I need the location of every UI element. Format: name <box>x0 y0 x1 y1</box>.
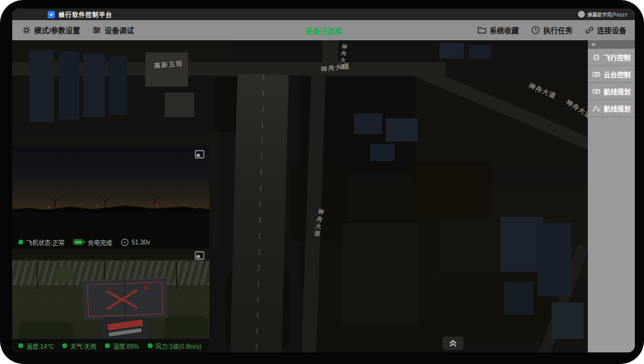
dock-video-feed[interactable]: 温度:14°C 天气:无雨 湿度:89% 风力:1级(0.8m/s) <box>12 249 209 352</box>
right-sidebar: « 飞行控制 云台控制 <box>588 40 635 352</box>
aircraft-status-text: 飞机状态:正常 <box>26 238 65 247</box>
toolbar-left-group: 模式/参数设置 设备调试 <box>22 25 134 35</box>
sidebar-item-flight-control[interactable]: 飞行控制 <box>588 49 635 66</box>
aircraft-status-item: 飞机状态:正常 <box>18 238 65 247</box>
sidebar-filler <box>588 117 635 352</box>
camera-icon <box>592 87 601 96</box>
aircraft-video-feed[interactable]: 飞机状态:正常 充电完成 <box>12 146 209 249</box>
connection-status: 设备已连接 <box>305 25 342 35</box>
app-logo-icon <box>48 11 55 18</box>
gear-icon <box>22 26 31 35</box>
connect-device-button[interactable]: 连接设备 <box>585 25 626 35</box>
sidebar-item-route-planning-cam[interactable]: 航线规划 <box>588 83 635 100</box>
device-debug-button[interactable]: 设备调试 <box>92 25 134 35</box>
execute-task-label: 执行任务 <box>543 25 573 35</box>
mode-settings-label: 模式/参数设置 <box>34 25 80 35</box>
link-icon <box>585 26 594 35</box>
status-dot-icon <box>18 240 23 244</box>
fence-post <box>37 262 38 289</box>
battery-status-text: 充电完成 <box>88 238 112 247</box>
user-account[interactable]: 蜂赢航宇用户0127 <box>578 11 628 18</box>
execute-task-button[interactable]: 执行任务 <box>531 25 573 35</box>
clock-icon <box>531 26 540 35</box>
connect-device-label: 连接设备 <box>597 25 626 35</box>
status-dot-icon <box>62 343 67 348</box>
sidebar-item-label: 云台控制 <box>604 70 631 79</box>
temperature-text: 温度:14°C <box>26 341 54 351</box>
system-favorites-button[interactable]: 系统收藏 <box>477 25 519 35</box>
weather-status-bar: 温度:14°C 天气:无雨 湿度:89% 风力:1级(0.8m/s) <box>12 339 209 352</box>
battery-status-item: 充电完成 <box>73 238 112 247</box>
route-icon <box>592 104 601 113</box>
fence-post <box>176 262 177 289</box>
swap-video-icon[interactable] <box>195 251 204 260</box>
app-title: 蜂行软件控制平台 <box>59 10 112 19</box>
user-name: 蜂赢航宇用户0127 <box>587 11 628 18</box>
battery-icon <box>73 239 85 245</box>
camera-osd-strip <box>12 249 209 260</box>
status-dot-icon <box>18 343 23 348</box>
wind-text: 风力:1级(0.8m/s) <box>156 341 201 351</box>
mode-settings-button[interactable]: 模式/参数设置 <box>22 25 80 35</box>
landing-platform <box>82 278 168 321</box>
status-dot-icon <box>105 343 110 348</box>
content-area: 高新五街 神舟大道 神舟大道 神舟大道 神舟大道 神舟大道 <box>12 40 635 352</box>
status-dot-icon <box>148 343 153 348</box>
toolbar-right-group: 系统收藏 执行任务 连接设备 <box>477 25 626 35</box>
swap-video-icon[interactable] <box>195 150 204 159</box>
sidebar-item-gimbal-control[interactable]: 云台控制 <box>588 66 635 83</box>
sidebar-item-label: 飞行控制 <box>604 52 631 62</box>
app-window: 蜂行软件控制平台 蜂赢航宇用户0127 模式/参数设置 <box>12 9 635 352</box>
gimbal-camera-icon <box>592 70 601 79</box>
humidity-text: 湿度:89% <box>113 341 139 351</box>
drone-icon <box>592 53 601 62</box>
sidebar-item-route-planning[interactable]: 航线规划 <box>588 100 635 117</box>
double-chevron-up-icon <box>447 339 458 348</box>
aircraft-status-bar: 飞机状态:正常 充电完成 <box>12 235 209 249</box>
device-frame: 蜂行软件控制平台 蜂赢航宇用户0127 模式/参数设置 <box>0 0 644 364</box>
temperature-item: 温度:14°C <box>18 341 54 351</box>
horizon-silhouette <box>12 195 209 213</box>
device-debug-label: 设备调试 <box>104 25 134 35</box>
platform-markings <box>82 279 168 321</box>
weather-text: 天气:无雨 <box>70 341 96 351</box>
system-favorites-label: 系统收藏 <box>490 25 519 35</box>
weather-item: 天气:无雨 <box>62 341 96 351</box>
sidebar-item-label: 航线规划 <box>604 87 631 96</box>
expand-panel-button[interactable] <box>443 337 463 350</box>
sidebar-item-label: 航线规划 <box>604 104 631 113</box>
wind-item: 风力:1级(0.8m/s) <box>148 341 201 351</box>
humidity-item: 湿度:89% <box>105 341 139 351</box>
folder-icon <box>477 26 487 35</box>
voltage-icon <box>121 238 129 246</box>
bush <box>54 267 74 283</box>
voltage-item: 51.30v <box>121 238 150 246</box>
voltage-text: 51.30v <box>132 239 150 246</box>
sidebar-collapse-button[interactable]: « <box>588 40 635 49</box>
user-avatar <box>578 11 585 18</box>
titlebar: 蜂行软件控制平台 蜂赢航宇用户0127 <box>12 9 635 20</box>
toolbar: 模式/参数设置 设备调试 设备已连接 <box>12 20 635 40</box>
sliders-icon <box>92 26 101 35</box>
satellite-map[interactable]: 高新五街 神舟大道 神舟大道 神舟大道 神舟大道 神舟大道 <box>12 40 588 352</box>
